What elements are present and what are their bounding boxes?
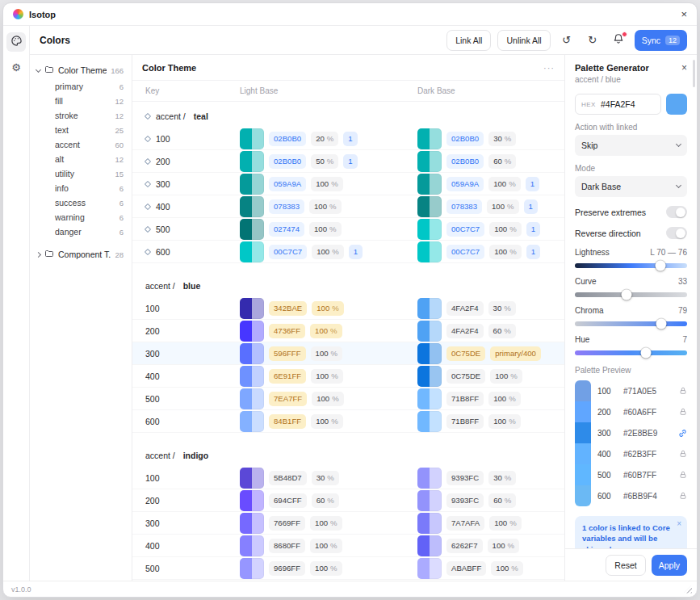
opacity-chip[interactable]: 100% bbox=[312, 245, 344, 259]
hex-chip[interactable]: 6262F7 bbox=[446, 539, 483, 553]
color-row-blue-500[interactable]: 5007EA7FF100%71B8FF100% bbox=[132, 388, 564, 410]
pending-hex-chip[interactable]: 7EA7FF bbox=[269, 392, 307, 406]
color-row-teal-200[interactable]: 20002B0B050%102B0B060% bbox=[132, 150, 564, 173]
color-swatch[interactable] bbox=[417, 174, 442, 195]
color-row-blue-300[interactable]: 300596FFF100%0C75DEprimary/400 bbox=[132, 342, 564, 365]
opacity-chip[interactable]: 60% bbox=[488, 493, 516, 508]
link-count-badge[interactable]: 1 bbox=[526, 245, 540, 259]
opacity-chip[interactable]: 100% bbox=[488, 539, 520, 553]
opacity-chip[interactable]: 30% bbox=[312, 471, 339, 485]
tree-item-info[interactable]: info6 bbox=[36, 181, 124, 195]
slider-knob[interactable] bbox=[621, 290, 631, 300]
hex-chip[interactable]: 059A9A bbox=[269, 177, 306, 191]
color-row-indigo-100[interactable]: 1005B48D730%9393FC30% bbox=[132, 467, 564, 489]
opacity-chip[interactable]: 100% bbox=[311, 346, 343, 361]
link-icon[interactable] bbox=[678, 429, 687, 438]
hex-chip[interactable]: 5B48D7 bbox=[269, 471, 307, 485]
hex-chip[interactable]: 078383 bbox=[446, 199, 482, 214]
color-row-teal-100[interactable]: 10002B0B020%102B0B030% bbox=[132, 128, 564, 150]
lock-icon[interactable] bbox=[679, 471, 687, 479]
opacity-chip[interactable]: 60% bbox=[488, 324, 516, 338]
opacity-chip[interactable]: 100% bbox=[311, 369, 343, 384]
opacity-chip[interactable]: 100% bbox=[310, 324, 342, 338]
opacity-chip[interactable]: 100% bbox=[491, 561, 523, 576]
hex-chip[interactable]: 7A7AFA bbox=[446, 516, 484, 531]
tree-item-stroke[interactable]: stroke12 bbox=[36, 108, 124, 123]
opacity-chip[interactable]: 100% bbox=[490, 369, 522, 384]
opacity-chip[interactable]: 50% bbox=[311, 154, 338, 169]
hex-chip[interactable]: 059A9A bbox=[446, 177, 484, 191]
hex-chip[interactable]: 8680FF bbox=[269, 539, 305, 553]
color-swatch[interactable] bbox=[240, 219, 264, 240]
opacity-chip[interactable]: 100% bbox=[310, 516, 342, 531]
action-with-linked-select[interactable]: Skip bbox=[575, 135, 687, 156]
opacity-chip[interactable]: 30% bbox=[488, 132, 516, 146]
color-swatch[interactable] bbox=[417, 558, 442, 579]
color-swatch[interactable] bbox=[417, 151, 442, 172]
color-swatch[interactable] bbox=[417, 128, 442, 149]
color-row-blue-400[interactable]: 4006E91FF100%0C75DE100% bbox=[132, 365, 564, 388]
color-swatch[interactable] bbox=[417, 513, 442, 534]
redo-button[interactable]: ↻ bbox=[583, 31, 602, 50]
hex-chip[interactable]: 9696FF bbox=[269, 561, 305, 576]
color-row-indigo-400[interactable]: 4008680FF100%6262F7100% bbox=[132, 535, 564, 557]
table-menu-button[interactable]: ··· bbox=[543, 63, 555, 73]
hex-chip[interactable]: 4FA2F4 bbox=[446, 301, 484, 316]
reset-button[interactable]: Reset bbox=[606, 555, 645, 576]
opacity-chip[interactable]: 100% bbox=[311, 177, 343, 191]
color-swatch[interactable] bbox=[240, 366, 264, 387]
pending-hex-chip[interactable]: primary/400 bbox=[490, 346, 541, 361]
tree-item-danger[interactable]: danger6 bbox=[36, 224, 124, 239]
hex-chip[interactable]: 078383 bbox=[269, 199, 304, 214]
hex-chip[interactable]: 9393FC bbox=[446, 493, 484, 508]
lock-icon[interactable] bbox=[679, 492, 687, 500]
color-swatch[interactable] bbox=[240, 388, 264, 409]
tree-item-accent[interactable]: accent60 bbox=[36, 137, 124, 152]
nav-settings-button[interactable]: ⚙ bbox=[6, 57, 26, 77]
hex-color-swatch[interactable] bbox=[666, 94, 687, 115]
opacity-chip[interactable]: 60% bbox=[312, 493, 339, 508]
slider-knob[interactable] bbox=[656, 319, 667, 329]
color-row-indigo-300[interactable]: 3007669FF100%7A7AFA100% bbox=[132, 512, 564, 535]
color-row-blue-200[interactable]: 2004736FF100%4FA2F460% bbox=[132, 320, 564, 342]
opacity-chip[interactable]: 100% bbox=[310, 539, 342, 553]
opacity-chip[interactable]: 30% bbox=[488, 471, 516, 485]
opacity-chip[interactable]: 100% bbox=[489, 222, 522, 237]
link-count-badge[interactable]: 1 bbox=[526, 177, 539, 191]
window-close-button[interactable]: × bbox=[681, 9, 687, 19]
slider-track[interactable] bbox=[575, 292, 687, 297]
lock-icon[interactable] bbox=[679, 408, 687, 416]
color-row-teal-600[interactable]: 60000C7C7100%100C7C7100%1 bbox=[132, 241, 564, 263]
pending-hex-chip[interactable]: 4736FF bbox=[269, 324, 305, 338]
lock-icon[interactable] bbox=[679, 450, 687, 458]
sync-button[interactable]: Sync 12 bbox=[635, 30, 687, 51]
opacity-chip[interactable]: 100% bbox=[311, 414, 343, 429]
opacity-chip[interactable]: 100% bbox=[488, 414, 521, 429]
color-swatch[interactable] bbox=[240, 151, 264, 172]
tree-item-utility[interactable]: utility15 bbox=[36, 166, 124, 181]
opacity-chip[interactable]: 100% bbox=[489, 245, 522, 259]
color-row-teal-300[interactable]: 300059A9A100%059A9A100%1 bbox=[132, 173, 564, 195]
color-row-teal-500[interactable]: 500027474100%00C7C7100%1 bbox=[132, 218, 564, 241]
opacity-chip[interactable]: 100% bbox=[312, 392, 344, 406]
color-swatch[interactable] bbox=[240, 411, 264, 432]
tree-item-text[interactable]: text25 bbox=[36, 123, 124, 137]
pending-hex-chip[interactable]: 0C75DE bbox=[446, 346, 485, 361]
slider-track[interactable] bbox=[575, 321, 687, 326]
apply-button[interactable]: Apply bbox=[652, 555, 687, 576]
tree-item-primary[interactable]: primary6 bbox=[36, 79, 124, 94]
color-swatch[interactable] bbox=[417, 219, 442, 240]
color-swatch[interactable] bbox=[417, 366, 442, 387]
pending-hex-chip[interactable]: 596FFF bbox=[269, 346, 306, 361]
toggle-switch[interactable] bbox=[666, 206, 687, 218]
mode-select[interactable]: Dark Base bbox=[575, 176, 687, 197]
color-swatch[interactable] bbox=[240, 298, 264, 319]
color-swatch[interactable] bbox=[417, 196, 442, 217]
hex-chip[interactable]: 02B0B0 bbox=[446, 132, 484, 146]
color-swatch[interactable] bbox=[417, 343, 442, 364]
toggle-switch[interactable] bbox=[666, 227, 687, 239]
hex-chip[interactable]: 71B8FF bbox=[446, 414, 484, 429]
hex-chip[interactable]: 00C7C7 bbox=[446, 222, 484, 237]
link-count-badge[interactable]: 1 bbox=[526, 222, 540, 237]
color-swatch[interactable] bbox=[417, 411, 442, 432]
